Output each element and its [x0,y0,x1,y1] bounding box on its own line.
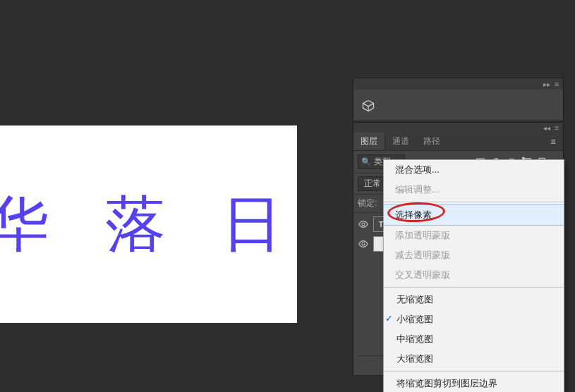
layer-context-menu: 混合选项... 编辑调整... 选择像素 添加透明蒙版 减去透明蒙版 交叉透明蒙… [383,159,564,392]
menu-separator [384,202,564,202]
menu-thumb-small[interactable]: ✓小缩览图 [384,310,564,329]
menu-select-pixels-label: 选择像素 [395,209,432,220]
panel-handle[interactable]: ▸▸ ≡ [353,78,563,90]
menu-separator [384,287,564,288]
menu-edit-adjustment: 编辑调整... [384,180,564,200]
collapse-left-icon[interactable]: ◂◂ [543,124,550,132]
menu-separator [384,371,564,372]
layers-panel-handle[interactable]: ◂◂ ≡ [353,123,563,133]
svg-point-7 [362,223,365,226]
visibility-toggle[interactable] [358,238,369,250]
panel-tabs: 图层 通道 路径 ≡ [353,133,563,151]
menu-thumb-none[interactable]: 无缩览图 [384,290,564,310]
panel-menu-icon[interactable]: ≡ [555,80,559,88]
tab-paths[interactable]: 路径 [416,133,447,150]
tab-channels[interactable]: 通道 [385,133,416,150]
collapse-left-icon[interactable]: ▸▸ [543,80,550,88]
document-canvas[interactable]: 华 落 日 [0,125,297,323]
panel-menu-icon[interactable]: ≡ [555,124,559,132]
menu-blend-options[interactable]: 混合选项... [384,160,564,180]
menu-thumb-medium[interactable]: 中缩览图 [384,329,564,349]
menu-add-transparency-mask: 添加透明蒙版 [384,226,564,245]
check-icon: ✓ [385,313,393,324]
search-icon: 🔍 [361,157,371,166]
lock-label: 锁定: [358,197,377,209]
tab-layers[interactable]: 图层 [353,133,385,150]
3d-icon[interactable] [359,97,377,115]
menu-select-pixels[interactable]: 选择像素 [384,204,564,226]
panel-menu-button[interactable]: ≡ [546,135,560,149]
canvas-text: 华 落 日 [0,183,302,266]
properties-panel-collapsed: ▸▸ ≡ [353,78,564,121]
svg-point-8 [362,243,365,245]
visibility-toggle[interactable] [358,219,369,230]
menu-intersect-transparency-mask: 交叉透明蒙版 [384,265,564,285]
menu-thumb-large[interactable]: 大缩览图 [384,349,564,369]
menu-subtract-transparency-mask: 减去透明蒙版 [384,245,564,265]
menu-clip-layer-bounds[interactable]: 将缩览图剪切到图层边界 [384,374,564,392]
